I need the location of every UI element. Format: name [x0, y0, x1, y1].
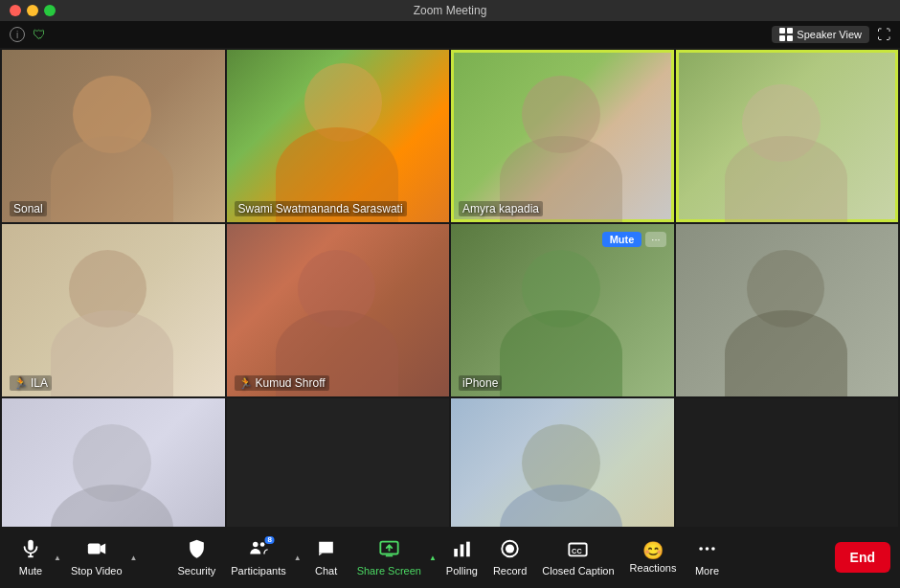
- svg-point-20: [706, 547, 709, 551]
- close-button[interactable]: [10, 5, 21, 16]
- participant-name-kumud: 🏃 Kumud Shroff: [235, 375, 329, 391]
- person-body: [725, 136, 847, 222]
- participant-name-sonal: Sonal: [10, 201, 47, 216]
- participants-group: 8 Participants ▲: [225, 534, 301, 580]
- participants-label: Participants: [231, 565, 285, 577]
- participants-chevron[interactable]: ▲: [294, 554, 302, 562]
- reactions-icon: 😊: [642, 542, 664, 559]
- person-body: [725, 310, 847, 396]
- svg-point-19: [699, 547, 703, 551]
- shield-icon: 🛡: [33, 27, 46, 42]
- participant-name-amyra: Amyra kapadia: [459, 201, 543, 216]
- muted-icon2: 🏃: [238, 376, 253, 390]
- video-chevron[interactable]: ▲: [130, 554, 138, 562]
- participants-button[interactable]: 8 Participants: [225, 534, 291, 580]
- participant-name-swami: Swami Swatmananda Saraswati: [235, 201, 407, 216]
- closed-caption-label: Closed Caption: [542, 565, 614, 577]
- participants-icon: 8: [248, 538, 269, 562]
- record-icon: [500, 538, 521, 562]
- record-button[interactable]: Record: [487, 534, 532, 580]
- mute-label: Mute: [19, 565, 42, 577]
- security-button[interactable]: Security: [172, 534, 222, 580]
- share-screen-icon: [378, 538, 399, 562]
- more-button[interactable]: More: [686, 534, 728, 580]
- stop-video-group: Stop Video ▲: [65, 534, 138, 580]
- participant-count-badge: 8: [265, 536, 275, 544]
- participant-cell-sonal: Sonal: [2, 50, 225, 222]
- share-chevron[interactable]: ▲: [429, 554, 437, 562]
- chat-button[interactable]: Chat: [305, 534, 348, 580]
- participant-cell-amyra: Amyra kapadia: [451, 50, 674, 222]
- mute-overlay[interactable]: Mute ···: [602, 232, 666, 247]
- window-title: Zoom Meeting: [414, 4, 487, 17]
- minimize-button[interactable]: [27, 5, 38, 16]
- svg-point-21: [711, 547, 715, 551]
- record-label: Record: [493, 565, 527, 577]
- fullscreen-icon[interactable]: ⛶: [877, 27, 890, 42]
- muted-icon: 🏃: [13, 376, 28, 390]
- svg-rect-13: [461, 544, 464, 556]
- chat-icon: [316, 538, 337, 562]
- more-icon: [696, 538, 717, 562]
- speaker-view-label: Speaker View: [797, 29, 862, 40]
- share-screen-label: Share Screen: [357, 565, 421, 577]
- svg-rect-12: [454, 549, 458, 556]
- svg-rect-1: [787, 28, 793, 34]
- svg-text:CC: CC: [573, 547, 583, 555]
- participant-name-ila: 🏃 ILA: [10, 375, 52, 391]
- end-button[interactable]: End: [835, 542, 890, 573]
- svg-point-15: [506, 544, 514, 553]
- window-controls[interactable]: [10, 5, 56, 16]
- closed-caption-button[interactable]: CC Closed Caption: [536, 534, 619, 580]
- mute-button-overlay[interactable]: Mute: [602, 232, 642, 247]
- svg-point-8: [253, 542, 259, 548]
- svg-rect-3: [787, 35, 793, 41]
- microphone-icon: [20, 538, 41, 562]
- share-screen-group: Share Screen ▲: [351, 534, 437, 580]
- svg-rect-7: [88, 544, 101, 554]
- top-bar: i 🛡 Speaker View ⛶: [0, 21, 900, 48]
- participant-cell-last-right: [676, 224, 899, 396]
- svg-rect-2: [779, 35, 785, 41]
- participant-cell-ila: 🏃 ILA: [2, 224, 225, 396]
- video-icon: [86, 538, 107, 562]
- top-bar-left: i 🛡: [10, 27, 46, 42]
- closed-caption-icon: CC: [568, 538, 589, 562]
- participant-cell-swami: Swami Swatmananda Saraswati: [227, 50, 450, 222]
- svg-point-9: [260, 542, 265, 547]
- participant-cell-kumud: 🏃 Kumud Shroff: [227, 224, 450, 396]
- stop-video-button[interactable]: Stop Video: [65, 534, 128, 580]
- top-bar-right: Speaker View ⛶: [772, 26, 890, 43]
- more-label: More: [695, 565, 719, 577]
- grid-icon: [779, 28, 793, 41]
- participant-cell-right-top: [676, 50, 899, 222]
- mute-group: Mute ▲: [10, 534, 61, 580]
- more-button-overlay[interactable]: ···: [645, 232, 665, 247]
- security-icon: [186, 538, 207, 562]
- polling-icon: [451, 538, 472, 562]
- toolbar: Mute ▲ Stop Video ▲: [0, 527, 900, 588]
- mute-chevron[interactable]: ▲: [54, 554, 61, 562]
- svg-rect-14: [466, 542, 470, 557]
- maximize-button[interactable]: [44, 5, 56, 16]
- svg-rect-4: [28, 540, 34, 551]
- stop-video-label: Stop Video: [71, 565, 123, 577]
- title-bar: Zoom Meeting: [0, 0, 900, 21]
- participant-name-iphone: iPhone: [459, 375, 502, 391]
- reactions-label: Reactions: [630, 562, 677, 574]
- security-label: Security: [178, 565, 216, 577]
- chat-label: Chat: [315, 565, 337, 577]
- polling-label: Polling: [446, 565, 478, 577]
- toolbar-left: Mute ▲ Stop Video ▲: [10, 534, 137, 580]
- polling-button[interactable]: Polling: [440, 534, 484, 580]
- person-body: [51, 136, 173, 222]
- info-icon[interactable]: i: [10, 27, 25, 42]
- reactions-button[interactable]: 😊 Reactions: [624, 538, 683, 577]
- share-screen-button[interactable]: Share Screen: [351, 534, 427, 580]
- speaker-view-button[interactable]: Speaker View: [772, 26, 869, 43]
- person-body: [51, 310, 173, 396]
- video-grid: Sonal Swami Swatmananda Saraswati Amyra …: [0, 48, 900, 573]
- mute-button[interactable]: Mute: [10, 534, 52, 580]
- toolbar-center: Security 8 Participants ▲: [172, 534, 729, 580]
- person-body: [500, 310, 622, 396]
